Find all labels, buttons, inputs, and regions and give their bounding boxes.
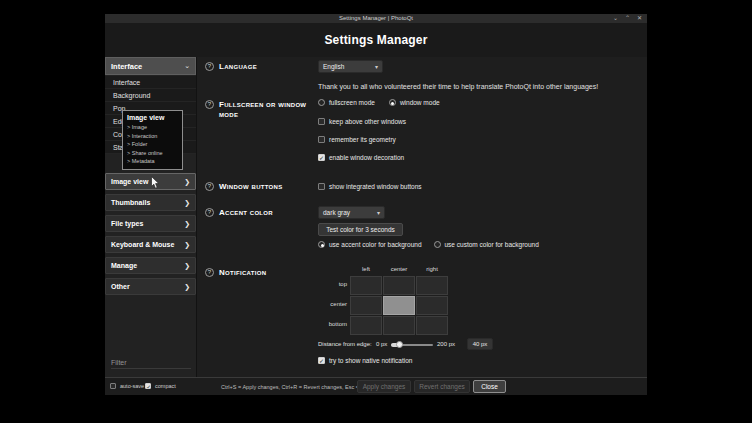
row-label-top: top <box>305 281 347 287</box>
page-header: Settings Manager <box>105 23 647 57</box>
sidebar-section-label: Other <box>111 283 130 290</box>
apply-changes-button[interactable]: Apply changes <box>357 380 411 393</box>
window-titlebar: Settings Manager | PhotoQt ⌄ ⌃ ✕ <box>105 14 647 23</box>
sidebar-section-keyboard-mouse[interactable]: Keyboard & Mouse ❯ <box>105 236 196 253</box>
help-icon[interactable]: ? <box>205 100 214 109</box>
slider-min-label: 0 px <box>376 341 387 347</box>
section-fullscreen-header: ? Fullscreen or window mode <box>205 100 307 120</box>
radio-use-custom-color[interactable]: use custom color for background <box>434 241 539 248</box>
mouse-cursor-icon <box>151 176 160 189</box>
window-title: Settings Manager | PhotoQt <box>339 14 413 23</box>
notification-grid-cell-bottom-left[interactable] <box>350 316 382 335</box>
dropdown-value: English <box>323 63 344 70</box>
close-icon[interactable]: ✕ <box>637 14 642 23</box>
chevron-right-icon: ❯ <box>184 262 190 270</box>
help-icon[interactable]: ? <box>205 182 214 191</box>
checkbox-remember-geometry[interactable]: ✓ remember its geometry <box>318 136 396 143</box>
notification-grid-cell-bottom-right[interactable] <box>416 316 448 335</box>
radio-use-accent-color[interactable]: use accent color for background <box>318 241 422 248</box>
notification-grid-cell-bottom-center[interactable] <box>383 316 415 335</box>
test-color-button[interactable]: Test color for 3 seconds <box>318 223 403 236</box>
column-label-right: right <box>416 266 448 272</box>
row-label-bottom: bottom <box>305 321 347 327</box>
checkbox-label: auto-save <box>120 383 144 389</box>
distance-value-box[interactable]: 40 px <box>467 338 493 350</box>
help-icon[interactable]: ? <box>205 208 214 217</box>
radio-label: window mode <box>400 99 440 106</box>
notification-grid-cell-top-left[interactable] <box>350 276 382 295</box>
sidebar-section-interface[interactable]: Interface ⌄ <box>105 57 196 75</box>
column-label-center: center <box>383 266 415 272</box>
notification-grid-cell-top-right[interactable] <box>416 276 448 295</box>
sidebar-section-label: File types <box>111 220 143 227</box>
section-title: Notification <box>219 268 266 278</box>
sidebar-section-label: Thumbnails <box>111 199 150 206</box>
checkbox-label: show integrated window buttons <box>329 183 422 190</box>
checkbox-auto-save[interactable]: ✓ auto-save <box>110 383 144 389</box>
section-title: Fullscreen or window mode <box>219 100 307 120</box>
notification-grid-cell-center-center[interactable] <box>383 296 415 315</box>
tooltip-item: > Interaction <box>127 132 180 141</box>
sidebar-section-label: Manage <box>111 262 137 269</box>
help-icon[interactable]: ? <box>205 62 214 71</box>
background-color-radio-group: use accent color for background use cust… <box>318 241 539 248</box>
radio-fullscreen-mode[interactable]: fullscreen mode <box>318 99 375 106</box>
screen-letterbox: Settings Manager | PhotoQt ⌄ ⌃ ✕ Setting… <box>0 0 752 423</box>
section-language-header: ? Language <box>205 62 307 72</box>
minimize-icon[interactable]: ⌄ <box>613 14 618 23</box>
section-title: Window buttons <box>219 182 283 192</box>
slider-handle[interactable] <box>396 341 403 348</box>
language-dropdown[interactable]: English ▾ <box>318 60 383 73</box>
sidebar-section-thumbnails[interactable]: Thumbnails ❯ <box>105 194 196 211</box>
image-view-tooltip: Image view > Image > Interaction > Folde… <box>122 110 183 170</box>
radio-window-mode[interactable]: window mode <box>389 99 440 106</box>
help-icon[interactable]: ? <box>205 268 214 277</box>
close-button[interactable]: Close <box>473 380 506 393</box>
notification-grid-cell-top-center[interactable] <box>383 276 415 295</box>
settings-main-panel: ? Language English ▾ Thank you to all wh… <box>197 57 647 377</box>
settings-sidebar: Interface ⌄ Interface Background Pop Edg… <box>105 57 197 377</box>
shortcut-hint: Ctrl+S = Apply changes, Ctrl+R = Revert … <box>221 384 375 390</box>
section-title: Language <box>219 62 257 72</box>
checkbox-native-notification[interactable]: ✓ try to show native notification <box>318 357 412 364</box>
checkbox-label: keep above other windows <box>329 118 406 125</box>
radio-label: fullscreen mode <box>329 99 375 106</box>
language-note: Thank you to all who volunteered their t… <box>318 83 598 90</box>
dropdown-arrow-icon: ▾ <box>375 63 378 70</box>
chevron-right-icon: ❯ <box>184 178 190 186</box>
radio-ring <box>318 241 325 248</box>
tooltip-item: > Image <box>127 123 180 132</box>
notification-grid-cell-center-left[interactable] <box>350 296 382 315</box>
sidebar-section-manage[interactable]: Manage ❯ <box>105 257 196 274</box>
sidebar-subitem-background[interactable]: Background <box>105 89 196 102</box>
filter-input[interactable]: Filter <box>111 359 191 369</box>
checkbox-box: ✓ <box>145 383 151 389</box>
checkbox-label: remember its geometry <box>329 136 396 143</box>
chevron-right-icon: ❯ <box>184 220 190 228</box>
accent-color-dropdown[interactable]: dark gray ▾ <box>318 206 385 219</box>
maximize-icon[interactable]: ⌃ <box>625 14 630 23</box>
dropdown-value: dark gray <box>323 209 350 216</box>
checkbox-label: try to show native notification <box>329 357 412 364</box>
checkbox-box: ✓ <box>318 136 325 143</box>
revert-changes-button[interactable]: Revert changes <box>414 380 470 393</box>
notification-grid-cell-center-right[interactable] <box>416 296 448 315</box>
radio-ring <box>318 99 325 106</box>
checkbox-show-integrated-window-buttons[interactable]: ✓ show integrated window buttons <box>318 183 422 190</box>
chevron-right-icon: ❯ <box>184 283 190 291</box>
checkbox-compact[interactable]: ✓ compact <box>145 383 176 389</box>
sidebar-section-file-types[interactable]: File types ❯ <box>105 215 196 232</box>
checkbox-box: ✓ <box>318 183 325 190</box>
distance-slider[interactable] <box>391 344 433 346</box>
checkbox-enable-window-decoration[interactable]: ✓ enable window decoration <box>318 154 404 161</box>
sidebar-section-other[interactable]: Other ❯ <box>105 278 196 295</box>
window-body: Interface ⌄ Interface Background Pop Edg… <box>105 57 647 377</box>
section-title: Accent color <box>219 208 273 218</box>
sidebar-subitem-interface[interactable]: Interface <box>105 76 196 89</box>
page-title: Settings Manager <box>324 33 427 47</box>
checkbox-keep-above-other-windows[interactable]: ✓ keep above other windows <box>318 118 406 125</box>
tooltip-item: > Folder <box>127 140 180 149</box>
sidebar-section-label: Interface <box>111 62 142 71</box>
row-label-center: center <box>305 301 347 307</box>
radio-ring <box>389 99 396 106</box>
